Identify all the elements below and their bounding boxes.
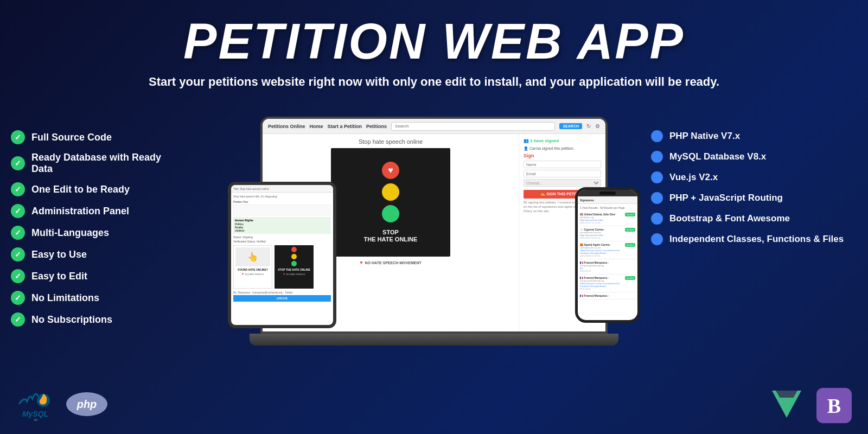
tech-label: Bootstrap & Font Awesome xyxy=(669,213,790,224)
feature-languages: ✓ Multi-Languages xyxy=(11,226,184,240)
petition-text-input xyxy=(233,205,331,215)
email-input[interactable] xyxy=(524,170,601,177)
tech-label: Independent Classes, Functions & Files xyxy=(669,234,844,245)
signed-count: 👥 1 have signed xyxy=(524,138,601,143)
sig-date: 2021-04-07 12:01:51 xyxy=(580,237,605,239)
sig-info: 🇫🇷 France| Marquesa - xyxy=(580,294,609,297)
by-label: By: Marquesa - marquesa@myfamily.org - T… xyxy=(233,291,331,294)
no-hate-text-dark: NO HATE SPEECH xyxy=(286,273,305,276)
search-button[interactable]: SEARCH xyxy=(559,123,582,129)
mockup-area: Petitions Online Home Start a Petition P… xyxy=(228,117,640,426)
stop-hate-card: ♥ STOP THE HATE ONLINE xyxy=(331,148,450,257)
tablet-tags: Human Rights Politics Reality children xyxy=(233,217,331,234)
sig-date: 2021-09-02 15:15:50 xyxy=(580,254,625,257)
status-label: Status: Ongoing xyxy=(233,235,331,239)
brand-label: Petitions Online xyxy=(268,124,305,129)
feature-one-edit: ✓ One Edit to be Ready xyxy=(11,182,184,196)
sig-header: 🇺🇸 United States| John Doe john@doe.org … xyxy=(580,213,635,224)
tech-bootstrap: Bootstrap & Font Awesome xyxy=(651,213,857,225)
bootstrap-logo: B xyxy=(816,388,852,423)
bootstrap-letter: B xyxy=(827,394,841,418)
tech-vue: Vue.js V2.x xyxy=(651,171,857,183)
green-light xyxy=(382,205,399,222)
refresh-icon[interactable]: ↻ xyxy=(586,123,591,129)
update-label: UPDATE xyxy=(277,297,288,300)
petition-title-text: Stop hate speech online xyxy=(267,138,514,145)
feature-label: No Subscriptions xyxy=(31,314,112,326)
verified-badge: Verified xyxy=(625,243,635,247)
signature-item: 🇺🇸 United States| John Doe john@doe.org … xyxy=(580,211,635,226)
verified-badge: Verified xyxy=(625,276,635,280)
nav-home: Home xyxy=(310,124,323,129)
svg-text:php: php xyxy=(76,398,97,410)
left-features-list: ✓ Full Source Code ✓ Ready Database with… xyxy=(11,130,184,334)
verified-badge: Verified xyxy=(625,213,635,216)
heart-icon-dark: ♥ xyxy=(283,272,285,276)
check-icon: ✓ xyxy=(11,204,25,218)
bottom-right-logos: B xyxy=(768,388,852,423)
mysql-text: MySQL xyxy=(22,410,48,418)
green-light xyxy=(291,261,297,266)
check-icon: ✓ xyxy=(11,312,25,327)
feature-label: One Edit to be Ready xyxy=(31,184,130,195)
tech-label: PHP + JavaScript Routing xyxy=(669,193,783,203)
vue-logo-svg xyxy=(768,388,806,423)
phone-content: 1 Total Results - 50 Results per Page 🇺🇸… xyxy=(578,204,637,302)
mysql-logo: MySQL ™ xyxy=(16,385,54,423)
blue-dot-icon xyxy=(651,171,663,183)
tablet-mini-cards: 👆 FOUND HATE ONLINE? ♥ NO HATE SPEECH xyxy=(233,245,331,289)
signature-item: 🇫🇷 France| Marquesa - marquesa@myfamily.… xyxy=(580,259,635,275)
browser-bar: Petitions Online Home Start a Petition P… xyxy=(263,119,605,134)
sig-date: 2021-06-21 xyxy=(580,270,609,272)
tablet-bottom: By: Marquesa - marquesa@myfamily.org - T… xyxy=(233,291,331,302)
no-hate-label: NO HATE SPEECH MOVEMENT xyxy=(365,261,422,265)
phone-screen: Signatures 1 Total Results - 50 Results … xyxy=(575,187,640,323)
tablet-screen: Title: Stop hate speech online Stop hate… xyxy=(228,182,336,328)
check-icon: ✓ xyxy=(11,130,25,144)
phone-notch-bar xyxy=(578,190,637,196)
verified-badge: Verified xyxy=(625,228,635,232)
mysql-tm: ™ xyxy=(33,418,37,423)
tablet-inner: Title: Stop hate speech online Stop hate… xyxy=(231,185,333,325)
sig-info: 🇪🇸 Spain| Again Carma - carma@exam.org.m… xyxy=(580,243,625,257)
check-icon: ✓ xyxy=(11,156,25,170)
settings-icon[interactable]: ⚙ xyxy=(595,123,600,129)
nav-petitions: Petitions xyxy=(366,124,387,129)
tablet-mockup: Title: Stop hate speech online Stop hate… xyxy=(228,182,336,328)
right-features-list: PHP Native V7.x MySQL Database V8.x Vue.… xyxy=(651,130,857,254)
yellow-light xyxy=(291,254,297,259)
blue-dot-icon xyxy=(651,192,663,204)
feature-no-limits: ✓ No Limitations xyxy=(11,291,184,305)
stop-hate-text: STOP THE HATE ONLINE xyxy=(364,229,418,243)
check-icon: ✓ xyxy=(11,269,25,283)
found-text: FOUND HATE ONLINE? xyxy=(235,268,270,271)
tech-routing: PHP + JavaScript Routing xyxy=(651,192,857,204)
no-hate-badge-small: ♥ NO HATE SPEECH xyxy=(235,272,270,276)
page-header: Petition Web App Start your petitions we… xyxy=(0,0,868,96)
yellow-light xyxy=(382,183,399,201)
phone-header: Signatures xyxy=(578,196,637,204)
signatures-label: Signatures xyxy=(580,199,594,202)
sig-header: 🇫🇷 France| Marquesa - marquesa@myfamily.… xyxy=(580,276,635,290)
heart-icon: ♥ xyxy=(360,260,362,265)
sig-info: 🇫🇷 France| Marquesa - marquesa@myfamily.… xyxy=(580,276,625,290)
sign-label: Sign xyxy=(524,153,601,158)
signature-item: 🇫🇷 France| Marquesa - marquesa@myfamily.… xyxy=(580,275,635,292)
no-hate-badge-dark: ♥ NO HATE SPEECH xyxy=(276,272,312,276)
country-select[interactable]: Choose... xyxy=(524,179,601,187)
update-button[interactable]: UPDATE xyxy=(233,295,331,302)
check-icon: ✓ xyxy=(11,247,25,261)
feature-label: Ready Database with Ready Data xyxy=(31,152,184,175)
feature-label: Easy to Use xyxy=(31,249,87,260)
bottom-left-logos: MySQL ™ php xyxy=(16,385,108,423)
tablet-content: Stop hate speech title, it's disgusting … xyxy=(231,193,333,304)
sig-date: 2021-09-02 xyxy=(580,288,625,290)
sig-petition: Tabloid format must be removed from the … xyxy=(580,282,625,288)
feature-easy-use: ✓ Easy to Use xyxy=(11,247,184,261)
feature-ready-db: ✓ Ready Database with Ready Data xyxy=(11,152,184,175)
name-input[interactable] xyxy=(524,161,601,168)
blue-dot-icon xyxy=(651,130,663,142)
browser-search-box[interactable]: Search xyxy=(391,122,555,131)
feature-admin-panel: ✓ Administration Panel xyxy=(11,204,184,218)
tags-label: Human Rights xyxy=(235,219,329,222)
